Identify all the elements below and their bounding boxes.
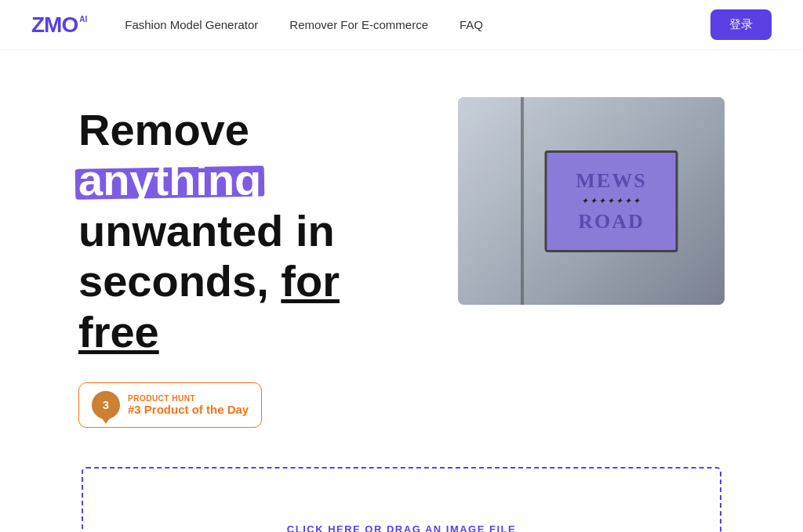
hero-heading: Remove anything unwanted in seconds, for…	[78, 105, 427, 357]
sign-line1: MEWS	[576, 168, 646, 193]
nav-fashion-model[interactable]: Fashion Model Generator	[125, 18, 258, 31]
navbar: ZMO AI Fashion Model Generator Remover F…	[0, 0, 803, 50]
logo-ai: AI	[79, 15, 87, 24]
sign-graffiti: ✦✦✦✦✦✦✦	[581, 196, 641, 206]
logo-text: ZMO	[31, 13, 78, 38]
sign-line2: ROAD	[578, 209, 645, 233]
logo[interactable]: ZMO AI	[31, 13, 87, 38]
badge-label: PRODUCT HUNT	[128, 394, 249, 403]
image-dropzone[interactable]: CLICK HERE OR DRAG AN IMAGE FILE	[82, 467, 721, 532]
nav-remover[interactable]: Remover For E-commerce	[289, 18, 428, 31]
nav-links: Fashion Model Generator Remover For E-co…	[125, 18, 710, 31]
heading-line3-plain: seconds,	[78, 256, 269, 306]
badge-value: #3 Product of the Day	[128, 403, 249, 416]
badge-text: PRODUCT HUNT #3 Product of the Day	[128, 394, 249, 416]
medal-icon: 3	[92, 391, 120, 419]
hero-image: MEWS ✦✦✦✦✦✦✦ ROAD	[458, 97, 725, 305]
mews-road-sign: MEWS ✦✦✦✦✦✦✦ ROAD	[545, 150, 678, 252]
heading-anything: anything	[78, 155, 261, 205]
dropzone-label: CLICK HERE OR DRAG AN IMAGE FILE	[287, 523, 516, 532]
heading-remove: Remove	[78, 105, 249, 154]
hero-image-inner: MEWS ✦✦✦✦✦✦✦ ROAD	[458, 97, 725, 305]
hero-text: Remove anything unwanted in seconds, for…	[78, 97, 427, 428]
hero-section: Remove anything unwanted in seconds, for…	[0, 50, 803, 459]
dropzone-wrapper: CLICK HERE OR DRAG AN IMAGE FILE	[41, 467, 762, 532]
nav-faq[interactable]: FAQ	[460, 18, 483, 31]
product-hunt-badge[interactable]: 3 PRODUCT HUNT #3 Product of the Day	[78, 382, 262, 428]
lamp-pole-decoration	[521, 97, 524, 305]
login-button[interactable]: 登录	[710, 9, 772, 40]
heading-line2: unwanted in	[78, 206, 335, 255]
